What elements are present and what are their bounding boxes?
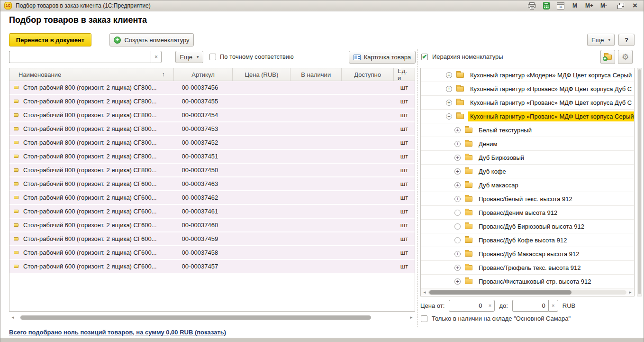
restore-window-icon[interactable] (617, 1, 625, 10)
clear-icon[interactable]: × (485, 300, 495, 312)
memory-m-plus-button[interactable]: M+ (585, 1, 593, 10)
create-group-button[interactable]: + (600, 50, 615, 64)
folder-plus-icon: + (604, 55, 612, 60)
sort-ascending-icon: ↑ (162, 71, 165, 78)
expand-icon[interactable]: + (454, 265, 461, 271)
column-header-name[interactable]: Наименование ↑ (9, 68, 174, 81)
column-header-price[interactable]: Цена (RUB) (233, 68, 290, 81)
expand-icon[interactable]: + (446, 86, 452, 92)
tree-item[interactable]: −Кухонный гарнитур «Прованс» МДФ Цвет ко… (421, 110, 634, 123)
more-actions-button[interactable]: Еще ▾ (587, 34, 615, 46)
node-circle-icon[interactable] (454, 237, 461, 243)
exact-match-checkbox[interactable]: По точному соответствию (209, 53, 294, 60)
selection-summary-link[interactable]: Всего подобрано ноль позиций товаров, на… (9, 329, 226, 336)
cell-article: 00-00037462 (174, 194, 233, 201)
tree-item[interactable]: +Прованс/Трюфель текс. высота 912 (421, 261, 634, 275)
help-button[interactable]: ? (618, 34, 635, 46)
search-more-button[interactable]: Еще ▾ (175, 51, 203, 63)
table-row[interactable]: Стол-рабочий 800 (горизонт. 2 ящика) СГ8… (9, 81, 415, 95)
scrollbar-track[interactable] (17, 315, 408, 320)
collapse-icon[interactable]: − (446, 113, 452, 120)
table-row[interactable]: Стол-рабочий 600 (горизонт. 2 ящика) СГ6… (9, 260, 415, 274)
table-row[interactable]: Стол-рабочий 600 (горизонт. 2 ящика) СГ6… (9, 232, 415, 246)
table-row[interactable]: Стол-рабочий 800 (горизонт. 2 ящика) СГ8… (9, 95, 415, 109)
table-horizontal-scrollbar[interactable]: ◄ ► (9, 314, 415, 322)
scroll-left-icon[interactable]: ◄ (9, 315, 17, 320)
hierarchy-checkbox[interactable]: ✔ Иерархия номенклатуры (421, 53, 503, 60)
transfer-to-document-button[interactable]: Перенести в документ (9, 33, 91, 46)
table-row[interactable]: Стол-рабочий 800 (горизонт. 2 ящика) СГ8… (9, 109, 415, 122)
print-icon[interactable] (528, 1, 536, 10)
settings-button[interactable]: ⚙ (618, 50, 633, 64)
scrollbar-thumb[interactable] (20, 315, 371, 320)
tree-item[interactable]: +Прованс/Фисташковый стр. высота 912 (421, 275, 634, 288)
expand-icon[interactable]: + (454, 168, 461, 175)
folder-icon (456, 73, 464, 78)
cell-unit: шт (394, 125, 415, 132)
tree-vertical-scrollbar[interactable] (637, 68, 642, 296)
table-row[interactable]: Стол-рабочий 600 (горизонт. 2 ящика) СГ6… (9, 177, 415, 191)
tree-item[interactable]: +Прованс/Дуб Макассар высота 912 (421, 247, 634, 261)
tree-item[interactable]: Прованс/Дуб Кофе высота 912 (421, 233, 634, 247)
table-row[interactable]: Стол-рабочий 800 (горизонт. 2 ящика) СГ8… (9, 164, 415, 177)
scroll-right-icon[interactable]: ► (626, 290, 634, 295)
scrollbar-thumb[interactable] (638, 69, 641, 294)
column-header-unit[interactable]: Ед. и (394, 68, 415, 81)
close-icon[interactable]: × (631, 1, 639, 10)
column-header-instock[interactable]: В наличии (290, 68, 342, 81)
expand-icon[interactable]: + (446, 72, 452, 78)
tree-item[interactable]: +Дуб кофе (421, 165, 634, 178)
table-row[interactable]: Стол-рабочий 600 (горизонт. 2 ящика) СГ6… (9, 191, 415, 205)
expand-icon[interactable]: + (454, 196, 461, 202)
price-from-input[interactable] (449, 300, 485, 312)
table-row[interactable]: Стол-рабочий 800 (горизонт. 2 ящика) СГ8… (9, 150, 415, 164)
tree-item[interactable]: +Деним (421, 137, 634, 151)
table-row[interactable]: Стол-рабочий 600 (горизонт. 2 ящика) СГ6… (9, 219, 415, 232)
app-logo-icon: 1С (4, 2, 12, 9)
stock-only-checkbox[interactable]: Только в наличии на складе "Основной Сам… (421, 315, 571, 322)
table-row[interactable]: Стол-рабочий 600 (горизонт. 2 ящика) СГ6… (9, 205, 415, 219)
tree-horizontal-scrollbar[interactable]: ◄ ► (421, 288, 634, 296)
table-row[interactable]: Стол-рабочий 800 (горизонт. 2 ящика) СГ8… (9, 136, 415, 150)
column-header-article[interactable]: Артикул (174, 68, 233, 81)
product-card-button[interactable]: Карточка товара (349, 51, 416, 64)
expand-icon[interactable]: + (454, 141, 461, 147)
clear-icon[interactable]: × (548, 300, 558, 312)
checkbox-checked-icon: ✔ (421, 54, 428, 60)
table-row[interactable]: Стол-рабочий 800 (горизонт. 2 ящика) СГ8… (9, 122, 415, 136)
tree-item-label: Кухонный гарнитур «Прованс» МДФ Цвет кор… (468, 98, 634, 108)
scrollbar-track[interactable] (428, 290, 626, 295)
scroll-right-icon[interactable]: ► (408, 315, 415, 320)
scrollbar-thumb[interactable] (429, 290, 571, 295)
tree-item[interactable]: +Дуб Бирюзовый (421, 151, 634, 165)
memory-m-minus-button[interactable]: M- (600, 1, 608, 10)
column-header-available[interactable]: Доступно (342, 68, 394, 81)
tree-item[interactable]: Прованс/Деним высота 912 (421, 206, 634, 220)
search-clear-icon[interactable]: × (151, 51, 162, 63)
price-to-input[interactable] (512, 300, 548, 312)
node-circle-icon[interactable] (454, 210, 461, 216)
calendar-icon[interactable]: 31 (557, 1, 564, 10)
tree-item[interactable]: Прованс/Дуб Бирюзовый высота 912 (421, 220, 634, 233)
cell-unit: шт (394, 235, 415, 242)
search-input[interactable] (9, 51, 151, 63)
create-nomenclature-button[interactable]: + Создать номенклатуру (109, 33, 194, 46)
node-circle-icon[interactable] (454, 223, 461, 230)
table-row[interactable]: Стол-рабочий 600 (горизонт. 2 ящика) СГ6… (9, 246, 415, 260)
tree-item[interactable]: +Белый текстурный (421, 123, 634, 137)
expand-icon[interactable]: + (446, 100, 452, 106)
expand-icon[interactable]: + (454, 251, 461, 257)
tree-item[interactable]: +Прованс/белый текс. высота 912 (421, 192, 634, 206)
expand-icon[interactable]: + (454, 127, 461, 133)
tree-item[interactable]: +Кухонный гарнитур «Модерн» МДФ Цвет кор… (421, 68, 634, 82)
panel-splitter[interactable] (417, 49, 418, 327)
expand-icon[interactable]: + (454, 278, 461, 285)
expand-icon[interactable]: + (454, 182, 461, 188)
tree-item[interactable]: +Кухонный гарнитур «Прованс» МДФ Цвет ко… (421, 82, 634, 96)
expand-icon[interactable]: + (454, 155, 461, 161)
scroll-left-icon[interactable]: ◄ (421, 290, 428, 295)
tree-item[interactable]: +Кухонный гарнитур «Прованс» МДФ Цвет ко… (421, 96, 634, 110)
calculator-icon[interactable] (543, 1, 550, 10)
tree-item[interactable]: +Дуб макассар (421, 178, 634, 192)
memory-m-button[interactable]: M (571, 1, 579, 10)
